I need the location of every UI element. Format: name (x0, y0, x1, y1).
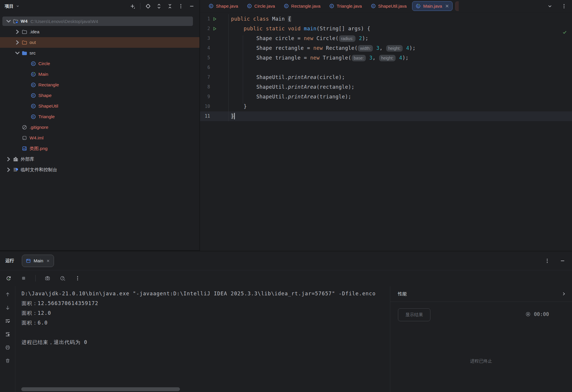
tree-item-外部库[interactable]: 外部库 (0, 154, 199, 164)
tree-item-label: 临时文件和控制台 (21, 167, 57, 173)
more-button[interactable] (73, 274, 82, 282)
editor-tab-Main.java[interactable]: CMain.java (412, 1, 452, 11)
project-panel-title[interactable]: 项目 (5, 4, 20, 9)
editor-tab-Rectangle.java[interactable]: CRectangle.java (279, 0, 325, 12)
run-line-icon[interactable] (210, 14, 219, 24)
tree-item-W4.iml[interactable]: W4.iml (0, 133, 199, 143)
folder-icon (22, 29, 27, 34)
collapse-all-icon (167, 4, 173, 9)
more-button[interactable] (543, 257, 551, 265)
horizontal-scrollbar[interactable] (21, 387, 180, 391)
chevron-right-icon[interactable] (13, 27, 22, 36)
run-tab-label: Main (34, 258, 43, 263)
partial-tab[interactable] (455, 1, 459, 11)
close-icon[interactable] (46, 259, 50, 263)
tree-item-.idea[interactable]: .idea (0, 27, 199, 37)
tree-item-Main[interactable]: CMain (0, 69, 199, 80)
collapse-all-button[interactable] (166, 2, 174, 10)
editor-tab-ShapeUtil.java[interactable]: CShapeUtil.java (366, 0, 411, 12)
tree-item-src[interactable]: src (0, 48, 199, 58)
tabbar-actions (546, 0, 568, 12)
code-editor[interactable]: 1public class Main {2 public static void… (200, 12, 572, 121)
svg-text:C: C (32, 104, 35, 108)
arrow-down-button[interactable] (4, 304, 12, 312)
chevron-right-icon (561, 291, 566, 296)
tree-item-类图.png[interactable]: 类图.png (0, 143, 199, 154)
add-button[interactable] (128, 2, 137, 10)
locate-button[interactable] (144, 2, 152, 10)
code-text: } (228, 111, 572, 121)
run-tab-main[interactable]: Main (22, 255, 54, 267)
tree-item-Circle[interactable]: CCircle (0, 58, 199, 69)
scroll-end-icon (5, 332, 10, 337)
tab-overflow-button[interactable] (546, 2, 554, 10)
inspection-check-icon[interactable] (562, 29, 567, 35)
line-number: 7 (200, 73, 210, 82)
tree-item-label: Triangle (38, 114, 55, 119)
tree-item-.gitignore[interactable]: .gitignore (0, 122, 199, 133)
console-output: D:\Java\jdk-21.0.10\bin\java.exe "-javaa… (16, 286, 390, 386)
performance-header[interactable]: 性能 (390, 286, 572, 302)
chevron-down-icon[interactable] (4, 17, 13, 26)
editor-tab-Circle.java[interactable]: CCircle.java (242, 0, 279, 12)
tree-item-临时文件和控制台[interactable]: 临时文件和控制台 (0, 164, 199, 175)
editor-tabbar: CShape.javaCCircle.javaCRectangle.javaCT… (200, 0, 572, 12)
print-icon (5, 345, 10, 350)
more-button[interactable] (177, 2, 185, 10)
more-icon (545, 258, 550, 263)
more-icon (75, 276, 80, 281)
code-text: ShapeUtil.printArea(circle); (228, 73, 572, 82)
tab-overflow-icon (547, 4, 553, 9)
soft-wrap-button[interactable] (4, 317, 12, 325)
line-number: 2 (200, 24, 210, 34)
gutter-spacer (210, 43, 219, 53)
arrow-down-icon (5, 305, 10, 310)
screenshot-button[interactable] (43, 274, 52, 282)
tree-item-W4[interactable]: W4C:\Users\Lenovo\Desktop\java\W4 (0, 16, 199, 27)
stop-button[interactable] (19, 274, 28, 282)
close-icon[interactable] (445, 4, 450, 9)
code-line: 6 (200, 63, 572, 73)
svg-text:C: C (32, 62, 35, 65)
rerun-button[interactable] (4, 274, 13, 282)
tree-item-Shape[interactable]: CShape (0, 90, 199, 101)
project-panel-toolbar (128, 2, 196, 10)
more-icon (561, 4, 567, 9)
tree-item-ShapeUtil[interactable]: CShapeUtil (0, 101, 199, 111)
chevron-right-icon[interactable] (4, 155, 13, 164)
tree-item-Rectangle[interactable]: CRectangle (0, 80, 199, 90)
hide-button[interactable] (558, 257, 567, 265)
clear-button[interactable] (4, 357, 12, 365)
chevron-right-icon[interactable] (13, 38, 22, 47)
hide-button[interactable] (188, 2, 196, 10)
class-icon: C (371, 4, 376, 9)
locate-icon (145, 4, 151, 9)
svg-text:C: C (32, 83, 35, 86)
expand-all-button[interactable] (155, 2, 163, 10)
arrow-up-button[interactable] (4, 290, 12, 299)
chevron-down-icon[interactable] (13, 49, 22, 57)
more-button[interactable] (560, 2, 568, 10)
gutter-spacer (210, 53, 219, 63)
project-folder-icon (13, 19, 18, 24)
profiler-button[interactable] (58, 274, 67, 282)
show-results-button[interactable]: 显示结果 (398, 308, 430, 321)
run-line-icon[interactable] (210, 24, 219, 34)
line-number: 9 (200, 92, 210, 102)
editor-tab-Triangle.java[interactable]: CTriangle.java (325, 0, 366, 12)
run-panel-title: 运行 (5, 258, 14, 263)
code-text: ShapeUtil.printArea(triangle); (228, 92, 572, 102)
text-caret (234, 113, 235, 119)
editor-tab-Shape.java[interactable]: CShape.java (204, 0, 242, 12)
tree-item-out[interactable]: out (0, 37, 199, 48)
print-button[interactable] (4, 343, 12, 352)
tab-label: Circle.java (254, 4, 275, 9)
tree-item-Triangle[interactable]: CTriangle (0, 111, 199, 122)
run-header-actions (543, 257, 567, 265)
run-window-icon (26, 258, 31, 263)
code-line: 2 public static void main(String[] args)… (200, 24, 572, 34)
scroll-end-button[interactable] (4, 330, 12, 338)
class-icon: C (284, 4, 289, 9)
chevron-right-icon[interactable] (4, 165, 13, 174)
tab-label: Shape.java (216, 4, 238, 9)
